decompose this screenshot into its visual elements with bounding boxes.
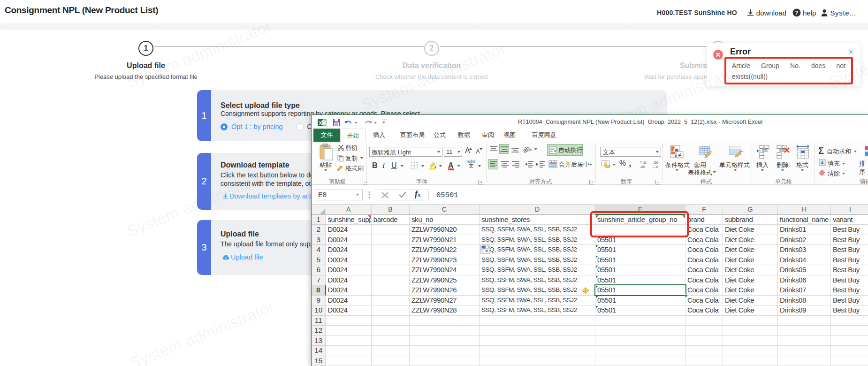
svg-text:X: X bbox=[319, 121, 322, 126]
svg-text:.00: .00 bbox=[640, 165, 646, 168]
svg-text:→.0: →.0 bbox=[651, 165, 658, 168]
svg-text:≠: ≠ bbox=[678, 152, 682, 158]
svg-text:!: ! bbox=[585, 289, 586, 293]
svg-text:?: ? bbox=[795, 10, 799, 15]
